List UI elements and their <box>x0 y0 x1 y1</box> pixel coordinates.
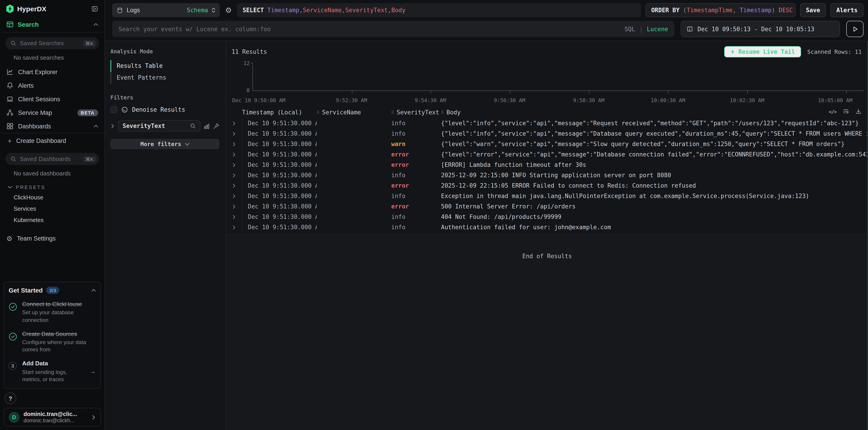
results-footer: End of Results <box>226 234 868 430</box>
sidebar-item-dashboards[interactable]: Dashboards <box>0 119 104 133</box>
expand-row-icon[interactable] <box>233 153 236 157</box>
cell-timestamp: Dec 10 9:51:30.000 AM <box>242 139 317 149</box>
cell-body: {"level":"error","service":"api","messag… <box>441 151 868 158</box>
results-count: 11 Results <box>231 48 267 55</box>
mode-results-table[interactable]: Results Table <box>111 60 219 72</box>
sidebar-item-label: Alerts <box>18 82 34 89</box>
expand-row-icon[interactable] <box>233 132 236 136</box>
cell-severity: info <box>391 120 441 127</box>
table-row[interactable]: Dec 10 9:51:30.000 AMinfo404 Not Found: … <box>226 211 868 222</box>
mode-event-patterns[interactable]: Event Patterns <box>111 72 219 84</box>
drag-grip-icon[interactable] <box>441 110 444 114</box>
sql-mode-toggle[interactable]: SQL <box>624 26 635 32</box>
order-by-input[interactable]: ORDER BY (TimestampTime, Timestamp) DESC <box>645 3 796 17</box>
sidebar-item-team-settings[interactable]: ⚙ Team Settings <box>0 232 104 245</box>
denoise-icon <box>121 106 128 113</box>
code-icon[interactable]: </> <box>829 109 836 115</box>
pin-icon[interactable] <box>213 123 219 129</box>
wrap-text-icon[interactable] <box>843 108 849 116</box>
expand-row-icon[interactable] <box>233 194 236 198</box>
user-menu[interactable]: D dominic.tran@clic... dominic.tran@clic… <box>4 408 101 426</box>
filter-field-severitytext[interactable]: SeverityText <box>118 120 200 132</box>
help-button[interactable]: ? <box>4 393 16 404</box>
step-title: Connect to ClickHouse <box>22 301 82 307</box>
chevron-expand-icon[interactable] <box>111 124 114 128</box>
x-tick-label: 9:54:30 AM <box>415 97 446 104</box>
table-row[interactable]: Dec 10 9:51:30.000 AMerror[ERROR] Lambda… <box>226 160 868 170</box>
col-header-servicename[interactable]: ServiceName <box>317 109 391 115</box>
sidebar-item-service-map[interactable]: Service Map BETA <box>0 106 104 119</box>
chevron-right-icon <box>92 415 95 419</box>
play-icon <box>851 26 858 32</box>
chart-plot[interactable] <box>252 63 864 91</box>
get-started-step-connect[interactable]: Connect to ClickHouse Set up your databa… <box>9 300 96 324</box>
preset-services[interactable]: Services <box>0 203 104 214</box>
col-header-body[interactable]: Body <box>441 109 868 115</box>
cell-severity: error <box>391 182 441 189</box>
table-row[interactable]: Dec 10 9:51:30.000 AMerror2025-12-09 22:… <box>226 180 868 191</box>
table-row[interactable]: Dec 10 9:51:30.000 AMinfoException in th… <box>226 191 868 201</box>
table-row[interactable]: Dec 10 9:51:30.000 AMinfoAuthentication … <box>226 222 868 232</box>
chevron-up-icon[interactable] <box>91 289 96 292</box>
source-label: Logs <box>127 7 140 13</box>
col-header-timestamp[interactable]: Timestamp (Local) <box>242 109 317 115</box>
event-search-input[interactable]: Search your events w/ Lucene ex. column:… <box>112 21 674 37</box>
search-section-label: Search <box>18 21 39 28</box>
get-started-step-add-data[interactable]: 3 Add Data Start sending logs, metrics, … <box>9 359 96 383</box>
source-select[interactable]: Logs Schema <box>112 3 220 17</box>
run-query-button[interactable] <box>846 21 864 37</box>
hyperdx-logo-icon <box>6 4 13 13</box>
select-query-input[interactable]: SELECT Timestamp,ServiceName,SeverityTex… <box>237 3 641 17</box>
expand-row-icon[interactable] <box>233 225 236 229</box>
saved-searches-input[interactable]: Saved Searches ⌘K <box>5 37 99 49</box>
preset-clickhouse[interactable]: ClickHouse <box>0 192 104 203</box>
gear-icon: ⚙ <box>6 235 12 242</box>
table-row[interactable]: Dec 10 9:51:30.000 AMinfo{"level":"info"… <box>226 118 868 128</box>
col-header-severitytext[interactable]: SeverityText <box>391 109 441 115</box>
table-row[interactable]: Dec 10 9:51:30.000 AMerror{"level":"erro… <box>226 149 868 160</box>
saved-dashboards-input[interactable]: Saved Dashboards ⌘K <box>5 153 99 165</box>
y-axis-max-label: 12 <box>226 60 250 66</box>
create-dashboard-button[interactable]: + Create Dashboard <box>0 133 104 148</box>
cell-body: Exception in thread main java.lang.NullP… <box>441 193 868 199</box>
sidebar-item-alerts[interactable]: Alerts <box>0 79 104 92</box>
x-tick-label: 9:58:30 AM <box>573 97 604 104</box>
x-tick-label: 10:02:30 AM <box>730 97 764 104</box>
cell-severity: info <box>391 172 441 178</box>
source-settings-gear-icon[interactable]: ⚙ <box>224 6 233 14</box>
table-row[interactable]: Dec 10 9:51:30.000 AMinfo2025-12-09 22:1… <box>226 170 868 180</box>
drag-grip-icon[interactable] <box>317 110 319 114</box>
save-button[interactable]: Save <box>800 3 826 17</box>
table-row[interactable]: Dec 10 9:51:30.000 AMwarn{"level":"warn"… <box>226 139 868 149</box>
expand-row-icon[interactable] <box>233 215 236 219</box>
y-axis-min-label: 0 <box>226 87 250 94</box>
lucene-mode-toggle[interactable]: Lucene <box>647 26 668 32</box>
table-row[interactable]: Dec 10 9:51:30.000 AMinfo{"level":"info"… <box>226 128 868 139</box>
sidebar-item-chart-explorer[interactable]: Chart Explorer <box>0 65 104 79</box>
sidebar-item-client-sessions[interactable]: Client Sessions <box>0 92 104 106</box>
expand-row-icon[interactable] <box>233 204 236 208</box>
cell-severity: error <box>391 161 441 168</box>
drag-grip-icon[interactable] <box>391 110 394 114</box>
chart-filter-icon[interactable] <box>204 123 210 129</box>
download-icon[interactable] <box>855 108 862 116</box>
time-range-picker[interactable]: Dec 10 09:50:13 - Dec 10 10:05:13 <box>681 21 840 37</box>
presets-toggle[interactable]: PRESETS <box>0 181 104 192</box>
sidebar-item-search[interactable]: Search <box>0 17 104 32</box>
expand-row-icon[interactable] <box>233 184 236 188</box>
preset-kubernetes[interactable]: Kubernetes <box>0 214 104 226</box>
get-started-step-sources[interactable]: Create Data Sources Configure where your… <box>9 330 96 353</box>
more-filters-button[interactable]: More filters <box>111 139 219 149</box>
collapse-sidebar-icon[interactable] <box>91 5 98 12</box>
expand-row-icon[interactable] <box>233 142 236 146</box>
filters-label: Filters <box>111 95 219 101</box>
resume-live-tail-button[interactable]: Resume Live Tail <box>724 46 801 58</box>
expand-row-icon[interactable] <box>233 121 236 125</box>
calendar-icon <box>687 26 693 32</box>
denoise-checkbox[interactable] <box>111 106 117 113</box>
expand-row-icon[interactable] <box>233 163 236 167</box>
step-title: Add Data <box>22 360 48 367</box>
expand-row-icon[interactable] <box>233 173 236 177</box>
table-row[interactable]: Dec 10 9:51:30.000 AMerror500 Internal S… <box>226 201 868 211</box>
alerts-button[interactable]: Alerts <box>831 3 864 17</box>
